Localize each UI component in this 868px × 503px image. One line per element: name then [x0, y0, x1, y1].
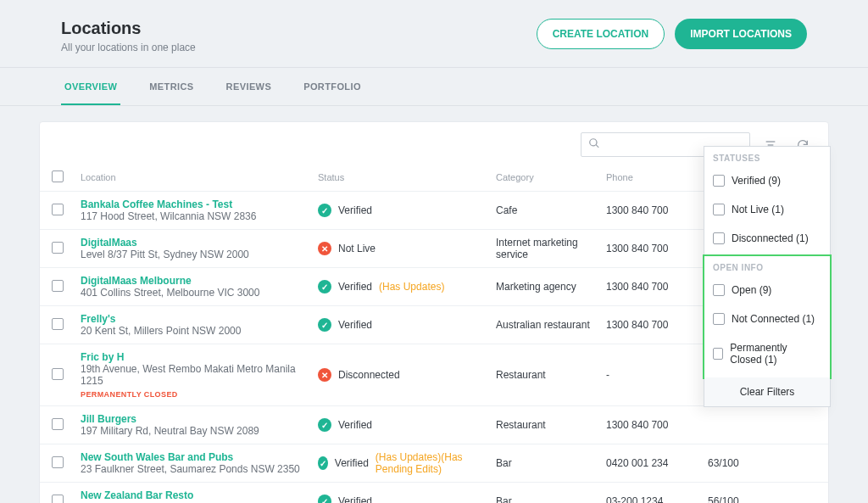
page-header: Locations All your locations in one plac… — [0, 0, 868, 68]
checkbox[interactable] — [713, 313, 725, 325]
status-text: Verified — [335, 457, 369, 469]
checkbox[interactable] — [713, 204, 725, 215]
import-locations-button[interactable]: IMPORT LOCATIONS — [675, 19, 807, 49]
tabs: OVERVIEW METRICS REVIEWS PORTFOLIO — [0, 68, 868, 106]
category-cell: Restaurant — [496, 344, 606, 406]
checkbox[interactable] — [713, 348, 723, 360]
category-cell: Australian restaurant — [496, 306, 606, 344]
location-address: 401 Collins Street, Melbourne VIC 3000 — [81, 287, 313, 299]
row-checkbox[interactable] — [52, 318, 64, 330]
category-cell: Marketing agency — [496, 268, 606, 306]
status-text: Verified — [338, 281, 372, 293]
table-row: Jill Burgers197 Military Rd, Neutral Bay… — [40, 406, 828, 444]
location-name[interactable]: New Zealand Bar Resto — [81, 489, 313, 501]
check-icon: ✓ — [318, 204, 331, 217]
select-all-checkbox[interactable] — [52, 170, 64, 182]
last-cell: 56/100 — [708, 483, 828, 504]
filter-item[interactable]: Disconnected (1) — [704, 224, 830, 253]
tab-portfolio[interactable]: PORTFOLIO — [300, 68, 364, 105]
phone-cell: 1300 840 700 — [606, 406, 708, 444]
checkbox[interactable] — [713, 284, 725, 296]
location-name[interactable]: Frelly's — [81, 313, 313, 325]
status-extra: (Has Updates) — [379, 281, 444, 293]
last-cell — [708, 406, 828, 444]
row-checkbox[interactable] — [52, 418, 64, 430]
location-address: 197 Military Rd, Neutral Bay NSW 2089 — [81, 425, 313, 437]
status-text: Verified — [338, 419, 372, 431]
location-name[interactable]: New South Wales Bar and Pubs — [81, 451, 313, 463]
location-address: 19th Avenue, West Rembo Makati Metro Man… — [81, 363, 313, 387]
tab-metrics[interactable]: METRICS — [146, 68, 197, 105]
col-category: Category — [496, 164, 606, 192]
location-address: 117 Hood Street, Wilcannia NSW 2836 — [81, 210, 313, 222]
phone-cell: 1300 840 700 — [606, 306, 708, 344]
filter-item[interactable]: Open (9) — [704, 276, 830, 305]
status-text: Verified — [338, 204, 372, 216]
location-address: 23 Faulkner Street, Saumarez Ponds NSW 2… — [81, 463, 313, 475]
phone-cell: 0420 001 234 — [606, 444, 708, 483]
location-address: Level 8/37 Pitt St, Sydney NSW 2000 — [81, 249, 313, 260]
phone-cell: 1300 840 700 — [606, 230, 708, 268]
tab-reviews[interactable]: REVIEWS — [223, 68, 275, 105]
checkbox[interactable] — [713, 175, 725, 187]
filter-item[interactable]: Not Connected (1) — [704, 305, 830, 333]
filter-statuses-label: STATUSES — [704, 147, 830, 166]
check-icon: ✓ — [318, 318, 331, 332]
phone-cell: - — [606, 344, 708, 406]
x-icon: ✕ — [318, 242, 331, 255]
row-checkbox[interactable] — [52, 368, 64, 380]
status-text: Not Live — [338, 243, 376, 254]
phone-cell: 03-200 1234 — [606, 483, 708, 504]
page-title: Locations — [61, 19, 196, 38]
row-checkbox[interactable] — [52, 204, 64, 215]
filter-panel: STATUSES Verified (9) Not Live (1) Disco… — [704, 146, 831, 407]
check-icon: ✓ — [318, 495, 331, 503]
tab-overview[interactable]: OVERVIEW — [61, 68, 120, 105]
category-cell: Restaurant — [496, 406, 606, 444]
check-icon: ✓ — [318, 456, 328, 470]
location-name[interactable]: Fric by H — [81, 351, 313, 363]
row-checkbox[interactable] — [52, 495, 64, 504]
location-name[interactable]: DigitalMaas — [81, 237, 313, 249]
clear-filters-button[interactable]: Clear Filters — [704, 377, 830, 406]
filter-item[interactable]: Not Live (1) — [704, 195, 830, 224]
status-text: Verified — [338, 495, 372, 503]
status-text: Disconnected — [338, 369, 400, 381]
status-extra: (Has Updates)(Has Pending Edits) — [376, 451, 491, 475]
filter-openinfo-label: OPEN INFO — [704, 256, 830, 276]
row-checkbox[interactable] — [52, 242, 64, 254]
location-name[interactable]: DigitalMaas Melbourne — [81, 275, 313, 287]
category-cell: Cafe — [496, 192, 606, 230]
filter-item[interactable]: Verified (9) — [704, 166, 830, 195]
x-icon: ✕ — [318, 368, 331, 382]
last-cell: 63/100 — [708, 444, 828, 483]
checkbox[interactable] — [713, 232, 725, 244]
create-location-button[interactable]: CREATE LOCATION — [537, 19, 665, 49]
table-row: New Zealand Bar Resto96 Te Weka Street, … — [40, 483, 828, 504]
col-status: Status — [318, 164, 496, 192]
status-text: Verified — [338, 319, 372, 331]
location-name[interactable]: Bankala Coffee Machines - Test — [81, 198, 313, 210]
col-phone: Phone — [606, 164, 708, 192]
row-checkbox[interactable] — [52, 280, 64, 292]
location-address: 20 Kent St, Millers Point NSW 2000 — [81, 325, 313, 337]
check-icon: ✓ — [318, 280, 331, 293]
page-subtitle: All your locations in one place — [61, 42, 196, 53]
phone-cell: 1300 840 700 — [606, 268, 708, 306]
row-checkbox[interactable] — [52, 456, 64, 468]
permanently-closed-badge: PERMANENTLY CLOSED — [81, 390, 313, 399]
location-name[interactable]: Jill Burgers — [81, 413, 313, 425]
check-icon: ✓ — [318, 418, 331, 432]
search-icon — [588, 137, 600, 152]
col-location: Location — [81, 164, 318, 192]
table-row: New South Wales Bar and Pubs23 Faulkner … — [40, 444, 828, 483]
filter-item[interactable]: Permanently Closed (1) — [704, 333, 830, 374]
category-cell: Bar — [496, 483, 606, 504]
category-cell: Bar — [496, 444, 606, 483]
category-cell: Internet marketing service — [496, 230, 606, 268]
phone-cell: 1300 840 700 — [606, 192, 708, 230]
